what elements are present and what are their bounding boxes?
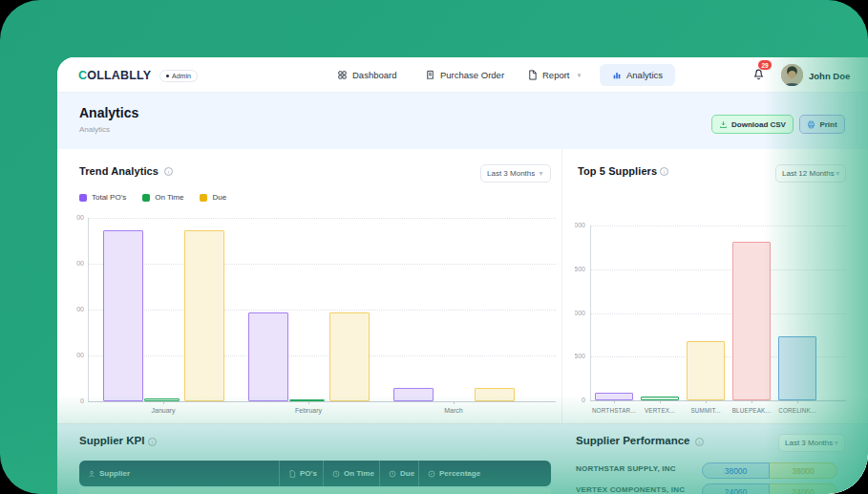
y-tick-label: 1,500 [575,266,585,272]
doc-icon [288,470,296,478]
bar-NORTHSTAR... [595,393,633,400]
legend-swatch [142,194,150,202]
gridline [88,310,556,311]
kpi-col-on-time: On Time [323,461,379,486]
top-suppliers-panel: Top 5 Suppliers Last 12 Months▼ 2,0001,5… [566,149,868,424]
printer-icon [807,120,815,129]
x-category-label: February [270,407,347,414]
clock-icon [389,470,396,478]
chevron-down-icon: ▼ [577,73,582,78]
admin-label: Admin [172,73,191,79]
bar-Due-February [329,312,370,401]
x-tick [163,401,164,404]
bar-On Time-February [289,399,325,401]
performance-row-label: NORTHSTAR SUPPLY, INC [576,464,676,473]
kpi-table-header: Supplier PO's On Time Due Percentage [79,461,551,486]
panel-divider [561,149,562,424]
avatar-photo [781,64,803,86]
clock-icon [332,470,340,478]
performance-value-right: 24060 [770,483,837,494]
performance-row-bar: 24060 24060 [702,483,837,494]
bar-Total PO's-March [393,388,434,401]
user-name[interactable]: John Doe [809,71,850,81]
bar-Total PO's-February [248,312,288,401]
x-axis [88,401,556,402]
y-tick-label: 6,000 [76,260,84,267]
y-tick-label: 1,000 [575,310,585,316]
suppliers-range-dropdown[interactable]: Last 12 Months▼ [775,164,846,183]
x-tick [797,400,798,403]
info-icon[interactable] [695,438,704,446]
suppliers-title: Top 5 Suppliers [578,165,657,177]
gridline [88,264,556,265]
download-csv-button[interactable]: Download CSV [711,115,794,134]
trend-legend: Total PO's On Time Due [79,193,226,202]
analytics-icon [612,71,622,80]
gridline [88,218,556,219]
kpi-first-row [79,488,551,494]
trend-range-dropdown[interactable]: Last 3 Months▼ [480,164,551,183]
gridline [88,355,556,356]
admin-dot-icon [166,75,169,77]
y-tick-label: 8,000 [76,214,84,221]
x-tick [454,401,455,404]
x-tick [660,400,661,403]
y-axis [590,226,591,400]
x-tick [752,400,752,403]
avatar[interactable] [781,64,803,86]
kpi-col-percentage: Percentage [418,461,551,486]
bar-Total PO's-January [103,230,143,401]
screen-background: COLLABLLY Admin Dashboard Purchase Order… [0,0,868,494]
kpi-col-due: Due [379,461,418,486]
performance-title: Supplier Performance [576,435,690,446]
percent-icon [428,470,435,478]
receipt-icon [425,70,435,80]
gridline [590,226,846,226]
bar-On Time-January [144,398,180,401]
nav-purchase-order[interactable]: Purchase Order [425,57,504,93]
legend-due: Due [200,193,226,202]
kpi-col-pos: PO's [279,461,323,486]
y-tick-label: 4,000 [76,306,84,312]
person-icon [88,470,95,478]
breadcrumb: Analytics [79,125,110,134]
nav-analytics[interactable]: Analytics [600,64,675,86]
dashboard-icon [337,70,348,80]
gridline [590,313,846,314]
app-card: COLLABLLY Admin Dashboard Purchase Order… [57,57,868,494]
legend-total-pos: Total PO's [79,193,126,202]
page-title: Analytics [79,105,138,120]
notification-badge: 29 [757,59,773,71]
trend-analytics-panel: Trend Analytics Last 3 Months▼ Total PO'… [67,149,561,424]
logo-mark: C [78,69,87,82]
y-tick-label: 0 [575,397,585,403]
bar-Due-January [184,230,224,401]
chevron-down-icon: ▼ [833,440,839,446]
y-axis [88,218,89,401]
bar-Due-March [475,388,515,401]
x-tick [706,400,707,403]
nav-report[interactable]: Report ▼ [527,57,582,93]
chevron-down-icon: ▼ [835,170,841,177]
download-icon [719,120,728,129]
performance-range-dropdown[interactable]: Last 3 Months▼ [778,434,845,452]
bar-CORELINK... [778,336,816,400]
x-axis [590,400,846,401]
bottom-section: Supplier KPI Supplier PO's On Time [57,424,868,494]
report-icon [527,70,538,80]
trend-title: Trend Analytics [79,165,159,177]
info-icon[interactable] [148,438,157,446]
info-icon[interactable] [660,167,668,176]
performance-value-left: 38000 [702,462,770,479]
admin-badge: Admin [159,70,198,82]
legend-swatch [79,194,87,202]
print-button[interactable]: Print [799,115,845,134]
x-tick [614,400,615,403]
info-icon[interactable] [164,167,173,176]
logo[interactable]: COLLABLLY [78,69,151,82]
nav-dashboard[interactable]: Dashboard [337,57,396,93]
bar-BLUEPEAK... [732,242,771,400]
x-tick [308,401,309,404]
performance-value-left: 24060 [702,483,770,494]
y-tick-label: 500 [575,353,585,359]
